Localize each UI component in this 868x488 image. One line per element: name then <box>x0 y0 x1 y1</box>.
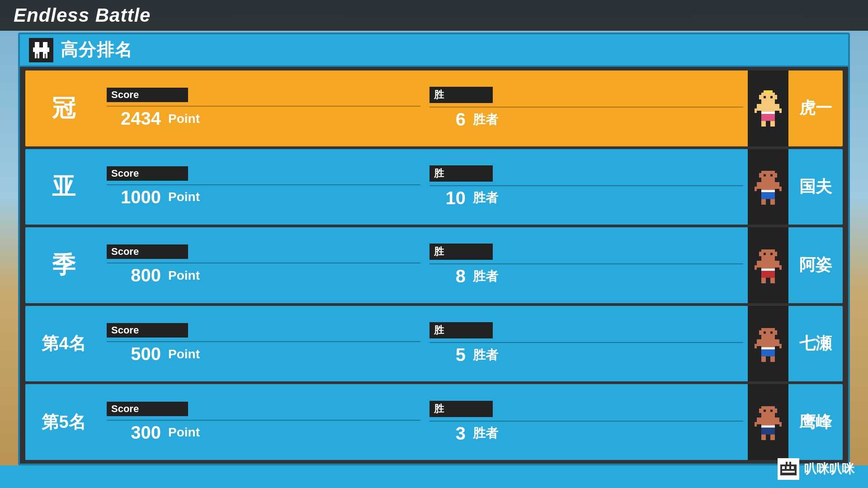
rank-row-1: 冠 Score 2434 Point 胜 6 <box>25 70 843 146</box>
rank-row-4: 第4名 Score 500 Point 胜 5 <box>25 306 843 382</box>
char-name-5: 鹰峰 <box>788 411 843 433</box>
svg-rect-18 <box>761 102 775 113</box>
char-sprite-3 <box>748 227 788 303</box>
score-section-4: Score 500 Point <box>102 306 425 382</box>
char-sprite-5 <box>748 384 788 460</box>
svg-rect-16 <box>764 96 766 98</box>
svg-rect-78 <box>761 415 775 427</box>
svg-rect-88 <box>782 466 785 469</box>
svg-rect-60 <box>775 330 777 335</box>
svg-rect-61 <box>764 331 766 333</box>
win-section-4: 胜 5 胜者 <box>425 306 748 382</box>
rank-label-4: 第4名 <box>25 306 102 382</box>
panel-icon <box>29 38 53 62</box>
content-area: 冠 Score 2434 Point 胜 6 <box>20 67 848 464</box>
svg-rect-37 <box>779 187 782 191</box>
player-label-1: 胜者 <box>473 111 498 128</box>
score-value-1: 2434 <box>107 108 161 129</box>
svg-rect-47 <box>770 253 773 255</box>
svg-rect-58 <box>761 328 775 337</box>
rank-row-5: 第5名 Score 300 Point 胜 3 <box>25 384 843 460</box>
svg-rect-84 <box>761 428 775 435</box>
char-name-1: 虎一 <box>788 97 843 119</box>
svg-rect-74 <box>759 408 761 413</box>
svg-rect-12 <box>764 90 773 93</box>
point-label-5: Point <box>168 425 200 440</box>
svg-rect-70 <box>761 356 766 362</box>
svg-rect-42 <box>764 247 773 249</box>
svg-rect-92 <box>786 462 788 465</box>
svg-rect-66 <box>755 344 757 348</box>
svg-rect-14 <box>759 95 761 99</box>
svg-rect-63 <box>761 337 775 348</box>
rank-row-3: 季 Score 800 Point 胜 8 <box>25 227 843 303</box>
score-label-2: Score <box>107 166 188 181</box>
player-label-4: 胜者 <box>473 347 498 364</box>
svg-rect-86 <box>770 435 775 441</box>
svg-rect-45 <box>775 252 777 256</box>
svg-rect-38 <box>761 190 775 192</box>
svg-rect-75 <box>775 408 777 413</box>
svg-rect-91 <box>782 471 795 473</box>
score-label-3: Score <box>107 244 188 259</box>
svg-rect-26 <box>770 121 775 127</box>
svg-rect-50 <box>775 261 779 267</box>
char-sprite-4 <box>748 306 788 382</box>
svg-rect-44 <box>759 252 761 256</box>
svg-rect-29 <box>759 173 761 178</box>
player-label-2: 胜者 <box>473 189 498 206</box>
bottom-bar <box>0 465 868 488</box>
svg-rect-1 <box>35 47 39 54</box>
score-label-5: Score <box>107 402 188 416</box>
svg-rect-51 <box>755 265 757 270</box>
app-title: Endless Battle <box>14 5 151 26</box>
svg-rect-13 <box>761 93 775 102</box>
win-value-4: 5 <box>429 345 466 365</box>
svg-rect-20 <box>775 104 779 111</box>
svg-rect-64 <box>757 339 761 346</box>
win-section-1: 胜 6 胜者 <box>425 70 748 146</box>
svg-rect-36 <box>755 187 757 191</box>
svg-rect-69 <box>761 349 775 356</box>
svg-rect-8 <box>41 47 43 52</box>
svg-rect-30 <box>775 173 777 178</box>
watermark: 叭咪叭咪 <box>778 458 854 480</box>
svg-rect-57 <box>764 326 773 328</box>
top-bar: Endless Battle <box>0 0 868 31</box>
panel-header: 高分排名 <box>20 34 848 67</box>
win-label-1: 胜 <box>429 87 493 103</box>
svg-rect-80 <box>775 418 779 424</box>
svg-rect-62 <box>770 331 773 333</box>
svg-rect-90 <box>791 466 794 469</box>
score-section-3: Score 800 Point <box>102 227 425 303</box>
svg-rect-71 <box>770 356 775 362</box>
svg-rect-87 <box>780 465 797 475</box>
rank-label-2: 亚 <box>25 149 102 225</box>
svg-rect-68 <box>761 347 775 349</box>
watermark-icon <box>778 458 799 480</box>
win-section-3: 胜 8 胜者 <box>425 227 748 303</box>
svg-rect-81 <box>755 422 757 427</box>
win-value-2: 10 <box>429 188 466 208</box>
rank-label-3: 季 <box>25 227 102 303</box>
score-value-2: 1000 <box>107 187 161 207</box>
svg-rect-4 <box>35 54 37 58</box>
win-section-2: 胜 10 胜者 <box>425 149 748 225</box>
svg-rect-24 <box>761 114 775 121</box>
score-value-5: 300 <box>107 422 161 443</box>
svg-rect-59 <box>759 330 761 335</box>
svg-rect-17 <box>770 96 773 98</box>
svg-rect-11 <box>46 54 47 58</box>
svg-rect-65 <box>775 339 779 346</box>
char-name-2: 国夫 <box>788 176 843 198</box>
svg-rect-21 <box>755 108 757 113</box>
svg-rect-54 <box>761 271 775 277</box>
win-label-2: 胜 <box>429 165 493 182</box>
svg-rect-41 <box>770 199 775 205</box>
main-panel: 高分排名 冠 Score 2434 Point 胜 <box>18 33 850 465</box>
svg-rect-34 <box>757 182 761 189</box>
win-value-5: 3 <box>429 423 466 444</box>
win-label-5: 胜 <box>429 401 493 417</box>
svg-rect-2 <box>33 47 35 52</box>
score-label-4: Score <box>107 323 188 338</box>
